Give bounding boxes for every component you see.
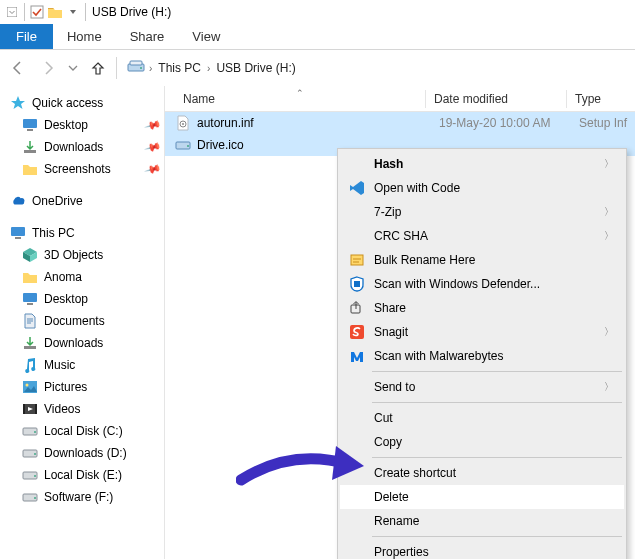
navigation-pane: Quick access Desktop 📌 Downloads 📌 Scree…	[0, 86, 165, 559]
context-menu-item-scan-with-malwarebytes[interactable]: Scan with Malwarebytes	[340, 344, 624, 368]
sidebar-item-desktop[interactable]: Desktop 📌	[0, 114, 164, 136]
context-menu-item-send-to[interactable]: Send to〉	[340, 375, 624, 399]
context-menu-item-label: Create shortcut	[374, 466, 596, 480]
context-menu-item-cut[interactable]: Cut	[340, 406, 624, 430]
svg-rect-16	[23, 404, 25, 414]
pictures-icon	[22, 379, 38, 395]
svg-rect-11	[27, 303, 33, 305]
tab-home[interactable]: Home	[53, 24, 116, 49]
context-menu-item-open-with-code[interactable]: Open with Code	[340, 176, 624, 200]
sidebar-item-local-disk-c-[interactable]: Local Disk (C:)	[0, 420, 164, 442]
file-row[interactable]: autorun.inf19-May-20 10:00 AMSetup Inf	[165, 112, 635, 134]
file-tab[interactable]: File	[0, 24, 53, 49]
monitor-icon	[10, 225, 26, 241]
chevron-right-icon: 〉	[604, 157, 614, 171]
sidebar-item-screenshots[interactable]: Screenshots 📌	[0, 158, 164, 180]
svg-rect-31	[354, 281, 360, 287]
sidebar-item-anoma[interactable]: Anoma	[0, 266, 164, 288]
down-caret-icon[interactable]	[65, 4, 81, 20]
sidebar-item-downloads[interactable]: Downloads	[0, 332, 164, 354]
crumb-usb-drive[interactable]: USB Drive (H:)	[214, 59, 297, 77]
context-menu-item-label: Hash	[374, 157, 596, 171]
sidebar-item-onedrive[interactable]: OneDrive	[0, 190, 164, 212]
context-menu-item-7-zip[interactable]: 7-Zip〉	[340, 200, 624, 224]
cloud-icon	[10, 193, 26, 209]
svg-rect-17	[35, 404, 37, 414]
hdd-icon	[22, 489, 38, 505]
context-menu-item-copy[interactable]: Copy	[340, 430, 624, 454]
sidebar-item-label: This PC	[32, 226, 75, 240]
context-menu-item-share[interactable]: Share	[340, 296, 624, 320]
context-menu-item-crc-sha[interactable]: CRC SHA〉	[340, 224, 624, 248]
sidebar-item-quick-access[interactable]: Quick access	[0, 92, 164, 114]
sidebar-item-this-pc[interactable]: This PC	[0, 222, 164, 244]
tab-share[interactable]: Share	[116, 24, 179, 49]
breadcrumb[interactable]: › This PC › USB Drive (H:)	[123, 59, 629, 77]
sidebar-item-local-disk-e-[interactable]: Local Disk (E:)	[0, 464, 164, 486]
context-menu: Hash〉Open with Code7-Zip〉CRC SHA〉Bulk Re…	[337, 148, 627, 559]
context-menu-item-label: Open with Code	[374, 181, 596, 195]
blank-icon	[346, 409, 368, 427]
sidebar-item-desktop[interactable]: Desktop	[0, 288, 164, 310]
context-menu-item-hash[interactable]: Hash〉	[340, 152, 624, 176]
svg-point-14	[26, 384, 29, 387]
context-menu-item-bulk-rename-here[interactable]: Bulk Rename Here	[340, 248, 624, 272]
file-type: Setup Inf	[579, 116, 635, 130]
context-menu-item-scan-with-windows-defender-[interactable]: Scan with Windows Defender...	[340, 272, 624, 296]
context-menu-item-label: Snagit	[374, 325, 596, 339]
column-date[interactable]: Date modified	[426, 92, 566, 106]
blank-icon	[346, 155, 368, 173]
chevron-right-icon[interactable]: ›	[149, 63, 152, 74]
sidebar-item-videos[interactable]: Videos	[0, 398, 164, 420]
malwarebytes-icon	[346, 347, 368, 365]
sidebar-item-documents[interactable]: Documents	[0, 310, 164, 332]
sidebar-item-label: Desktop	[44, 292, 88, 306]
address-row: › This PC › USB Drive (H:)	[0, 50, 635, 86]
column-name[interactable]: ⌃ Name	[175, 92, 425, 106]
context-menu-item-label: Cut	[374, 411, 596, 425]
sidebar-item-3d-objects[interactable]: 3D Objects	[0, 244, 164, 266]
sidebar-item-pictures[interactable]: Pictures	[0, 376, 164, 398]
context-menu-item-rename[interactable]: Rename	[340, 509, 624, 533]
up-button[interactable]	[86, 56, 110, 80]
context-menu-item-snagit[interactable]: Snagit〉	[340, 320, 624, 344]
star-icon	[10, 95, 26, 111]
back-button[interactable]	[6, 56, 30, 80]
sidebar-item-software-f-[interactable]: Software (F:)	[0, 486, 164, 508]
svg-point-29	[187, 145, 189, 147]
context-menu-separator	[372, 402, 622, 403]
tab-view[interactable]: View	[178, 24, 234, 49]
blank-icon	[346, 464, 368, 482]
svg-rect-5	[23, 119, 37, 128]
column-type[interactable]: Type	[567, 92, 635, 106]
context-menu-item-label: Rename	[374, 514, 596, 528]
desktop-icon	[22, 291, 38, 307]
chevron-right-icon[interactable]: ›	[207, 63, 210, 74]
recent-locations-button[interactable]	[66, 56, 80, 80]
context-menu-item-create-shortcut[interactable]: Create shortcut	[340, 461, 624, 485]
context-menu-separator	[372, 536, 622, 537]
context-menu-item-properties[interactable]: Properties	[340, 540, 624, 559]
blank-icon	[346, 203, 368, 221]
crumb-this-pc[interactable]: This PC	[156, 59, 203, 77]
context-menu-item-delete[interactable]: Delete	[340, 485, 624, 509]
checkbox-checked-icon[interactable]	[29, 4, 45, 20]
sidebar-item-music[interactable]: Music	[0, 354, 164, 376]
sidebar-item-label: Documents	[44, 314, 105, 328]
cube-icon	[22, 247, 38, 263]
sidebar-item-downloads[interactable]: Downloads 📌	[0, 136, 164, 158]
bulk-icon	[346, 251, 368, 269]
forward-button[interactable]	[36, 56, 60, 80]
sidebar-item-downloads-d-[interactable]: Downloads (D:)	[0, 442, 164, 464]
sidebar-item-label: Screenshots	[44, 162, 111, 176]
pin-icon: 📌	[144, 160, 163, 178]
context-menu-item-label: Scan with Windows Defender...	[374, 277, 596, 291]
hdd-icon	[22, 445, 38, 461]
context-menu-item-label: Send to	[374, 380, 596, 394]
folder-icon	[22, 269, 38, 285]
chevron-down-icon[interactable]	[4, 4, 20, 20]
context-menu-item-label: Copy	[374, 435, 596, 449]
svg-point-21	[34, 453, 36, 455]
sidebar-item-label: Anoma	[44, 270, 82, 284]
blank-icon	[346, 433, 368, 451]
